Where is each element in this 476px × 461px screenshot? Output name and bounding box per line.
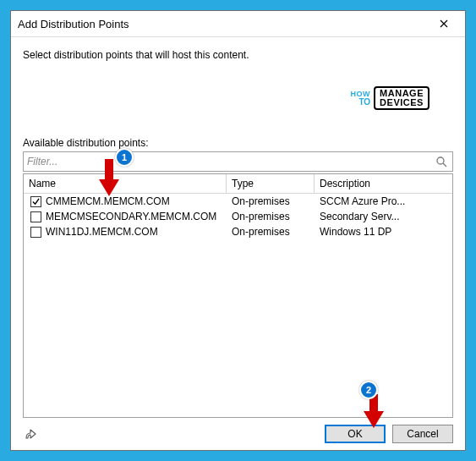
watermark: HOW TO MANAGE DEVICES <box>351 86 429 110</box>
annotation-arrow-1 <box>96 159 122 198</box>
row-checkbox[interactable] <box>30 227 41 238</box>
row-checkbox[interactable] <box>30 196 41 207</box>
cancel-button[interactable]: Cancel <box>392 425 453 443</box>
row-type: On-premises <box>227 224 315 239</box>
row-description: Windows 11 DP <box>315 224 452 239</box>
column-type[interactable]: Type <box>227 174 315 193</box>
svg-line-1 <box>443 163 446 167</box>
watermark-to: TO <box>358 98 370 106</box>
row-type: On-premises <box>227 209 315 224</box>
dialog-footer: OK Cancel <box>11 418 465 450</box>
table-row[interactable]: WIN11DJ.MEMCM.COMOn-premisesWindows 11 D… <box>24 224 452 239</box>
list-rows: CMMEMCM.MEMCM.COMOn-premisesSCCM Azure P… <box>24 194 452 417</box>
row-description: Secondary Serv... <box>315 209 452 224</box>
filter-box <box>23 151 453 172</box>
distribution-points-list: Name Type Description CMMEMCM.MEMCM.COMO… <box>23 173 453 418</box>
row-checkbox[interactable] <box>30 211 41 222</box>
table-row[interactable]: MEMCMSECONDARY.MEMCM.COMOn-premisesSecon… <box>24 209 452 224</box>
row-type: On-premises <box>227 194 315 209</box>
annotation-badge-2: 2 <box>359 381 378 399</box>
column-description[interactable]: Description <box>315 174 452 193</box>
search-icon[interactable] <box>434 154 449 169</box>
row-name: WIN11DJ.MEMCM.COM <box>46 226 158 238</box>
row-description: SCCM Azure Pro... <box>315 194 452 209</box>
available-label: Available distribution points: <box>23 137 453 149</box>
titlebar: Add Distribution Points <box>11 11 465 37</box>
close-icon[interactable] <box>429 12 458 36</box>
list-header: Name Type Description <box>24 174 452 194</box>
filter-input[interactable] <box>27 156 434 167</box>
help-icon[interactable] <box>23 425 40 442</box>
row-name: MEMCMSECONDARY.MEMCM.COM <box>46 211 216 222</box>
dialog-body: Select distribution points that will hos… <box>11 37 465 418</box>
table-row[interactable]: CMMEMCM.MEMCM.COMOn-premisesSCCM Azure P… <box>24 194 452 209</box>
dialog-window: Add Distribution Points Select distribut… <box>10 10 466 451</box>
annotation-arrow-2 <box>362 394 386 430</box>
instruction-text: Select distribution points that will hos… <box>23 49 453 61</box>
column-name[interactable]: Name <box>24 174 227 193</box>
watermark-box: MANAGE DEVICES <box>374 86 429 110</box>
window-title: Add Distribution Points <box>18 18 129 30</box>
annotation-badge-1: 1 <box>115 148 134 167</box>
svg-point-0 <box>437 157 444 164</box>
